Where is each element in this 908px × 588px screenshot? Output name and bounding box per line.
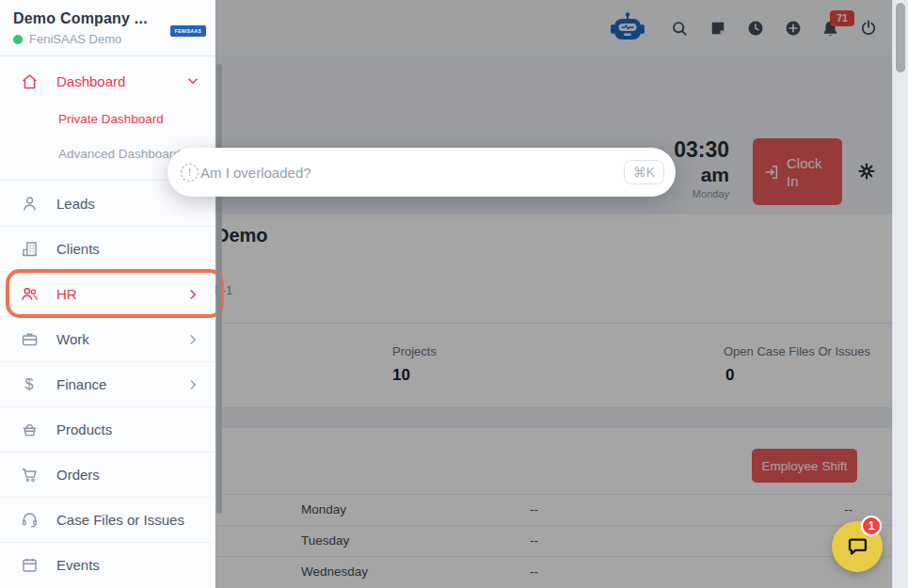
sidebar-item-label: Clients — [56, 241, 100, 257]
workspace-name: FeniSAAS Demo — [29, 32, 121, 46]
building-icon — [19, 239, 40, 260]
sidebar-item-work[interactable]: Work — [0, 316, 215, 361]
calendar-icon — [19, 555, 40, 576]
fenisaas-logo: FENISAAS — [170, 25, 206, 37]
person-icon — [19, 193, 40, 214]
info-icon: ! — [181, 164, 199, 182]
sidebar-item-hr[interactable]: HR — [0, 271, 215, 316]
chat-bubble-icon — [845, 534, 870, 560]
briefcase-icon — [19, 329, 40, 350]
sidebar-nav: Dashboard Private Dashboard Advanced Das… — [0, 56, 215, 587]
page-scrollbar — [892, 0, 908, 588]
sidebar-item-label: Orders — [56, 467, 100, 483]
sidebar-item-orders[interactable]: Orders — [0, 452, 215, 497]
sidebar-item-label: Leads — [56, 196, 95, 212]
sidebar-item-dashboard[interactable]: Dashboard — [0, 60, 215, 102]
sidebar-item-products[interactable]: Products — [0, 406, 215, 452]
headset-icon — [19, 510, 40, 531]
sidebar-item-events[interactable]: Events — [0, 542, 215, 587]
people-icon — [19, 284, 40, 305]
sidebar-item-label: Products — [56, 421, 112, 437]
sidebar-item-private-dashboard[interactable]: Private Dashboard — [0, 102, 215, 135]
sidebar-drawer: Demo Company ... FeniSAAS Demo FENISAAS … — [0, 0, 215, 588]
sidebar-item-finance[interactable]: $ Finance — [0, 361, 215, 406]
basket-icon — [19, 420, 40, 440]
chevron-down-icon — [184, 72, 201, 89]
sidebar-item-label: Finance — [56, 376, 106, 392]
sidebar-item-clients[interactable]: Clients — [0, 226, 215, 271]
keyboard-shortcut-hint: ⌘K — [624, 160, 664, 184]
sidebar-item-label: Events — [56, 557, 100, 573]
online-status-dot — [13, 35, 23, 44]
sidebar-scrollbar-thumb[interactable] — [216, 64, 222, 514]
global-search-input[interactable]: ! Am I overloaded? ⌘K — [167, 148, 676, 197]
sidebar-item-label: Dashboard — [56, 73, 125, 89]
home-icon — [19, 71, 40, 91]
sidebar-item-case-files[interactable]: Case Files or Issues — [0, 497, 215, 542]
sidebar-item-label: Work — [56, 331, 89, 347]
app-window: 71 03:30 am Monday Clock — [0, 0, 908, 588]
chevron-right-icon — [184, 376, 201, 393]
chevron-right-icon — [184, 286, 201, 303]
chevron-right-icon — [184, 331, 201, 348]
cart-icon — [19, 465, 40, 485]
search-placeholder: Am I overloaded? — [200, 165, 624, 181]
chat-unread-badge: 1 — [861, 516, 882, 536]
sidebar-item-label: HR — [56, 286, 77, 302]
sidebar-item-label: Case Files or Issues — [56, 512, 184, 528]
page-scrollbar-thumb[interactable] — [896, 3, 905, 72]
company-switcher[interactable]: Demo Company ... FeniSAAS Demo FENISAAS — [0, 0, 215, 56]
dollar-icon: $ — [19, 374, 40, 395]
